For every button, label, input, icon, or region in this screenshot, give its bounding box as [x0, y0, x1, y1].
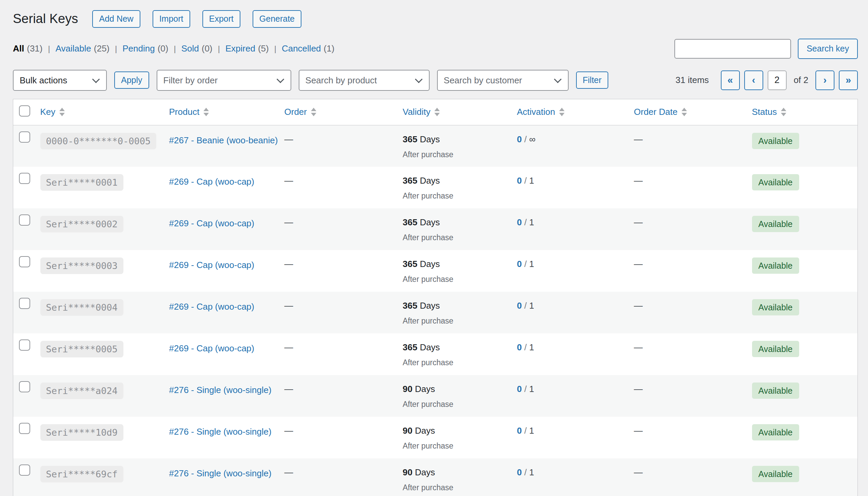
- apply-button[interactable]: Apply: [114, 72, 149, 89]
- column-header-activation[interactable]: Activation: [517, 107, 565, 117]
- row-select-checkbox[interactable]: [19, 465, 30, 476]
- column-header-key[interactable]: Key: [40, 107, 65, 117]
- total-pages-text: of 2: [794, 75, 808, 86]
- product-link[interactable]: #269 - Cap (woo-cap): [169, 216, 254, 230]
- column-header-order-date[interactable]: Order Date: [634, 107, 687, 117]
- bulk-actions-select[interactable]: Bulk actions: [13, 70, 107, 91]
- validity-unit: Days: [420, 175, 440, 186]
- search-by-product-select[interactable]: Search by product: [299, 70, 430, 91]
- search-by-customer-select[interactable]: Search by customer: [437, 70, 569, 91]
- product-link[interactable]: #276 - Single (woo-single): [169, 466, 272, 480]
- serial-keys-table: KeyProductOrderValidityActivationOrder D…: [13, 99, 858, 496]
- row-select-checkbox[interactable]: [19, 423, 30, 434]
- activation-count-link[interactable]: 0: [517, 300, 522, 311]
- order-value: —: [284, 258, 293, 269]
- activation-count-link[interactable]: 0: [517, 342, 522, 352]
- activation-count-link[interactable]: 0: [517, 384, 522, 394]
- filter-count: (25): [94, 43, 109, 54]
- filter-expired[interactable]: Expired: [225, 43, 255, 54]
- activation-separator: /: [522, 134, 529, 144]
- product-link[interactable]: #267 - Beanie (woo-beanie): [169, 133, 278, 147]
- validity-days: 365: [403, 259, 417, 269]
- product-link[interactable]: #269 - Cap (woo-cap): [169, 341, 254, 355]
- table-row: Seri*****69cf #276 - Single (woo-single)…: [13, 459, 858, 496]
- activation-count-link[interactable]: 0: [517, 217, 522, 227]
- activation-count-link[interactable]: 0: [517, 467, 522, 477]
- validity-type: After purchase: [403, 358, 512, 367]
- activation-limit: 1: [529, 300, 534, 311]
- select-all-checkbox[interactable]: [19, 105, 30, 117]
- add-new-button[interactable]: Add New: [92, 10, 140, 28]
- activation-count-link[interactable]: 0: [517, 259, 522, 269]
- serial-keys-page: Serial Keys Add NewImportExportGenerate …: [0, 0, 868, 496]
- subnav: All(31)Available(25)Pending(0)Sold(0)Exp…: [13, 38, 858, 59]
- order-date-value: —: [634, 299, 643, 311]
- row-select-checkbox[interactable]: [19, 256, 30, 267]
- activation-limit: ∞: [529, 134, 536, 144]
- first-page-button[interactable]: «: [721, 71, 740, 90]
- row-select-checkbox[interactable]: [19, 131, 30, 143]
- product-link[interactable]: #276 - Single (woo-single): [169, 424, 272, 438]
- sort-arrows-icon: [559, 108, 565, 116]
- table-row: 0000-0*******0-0005 #267 - Beanie (woo-b…: [13, 125, 858, 167]
- filter-count: (0): [202, 43, 213, 54]
- filter-by-order-select[interactable]: Filter by order: [156, 70, 291, 91]
- search-key-button[interactable]: Search key: [798, 38, 858, 59]
- export-button[interactable]: Export: [203, 10, 240, 28]
- filter-count: (5): [258, 43, 269, 54]
- next-page-button[interactable]: ›: [815, 71, 835, 90]
- product-link[interactable]: #269 - Cap (woo-cap): [169, 299, 254, 313]
- activation-count-link[interactable]: 0: [517, 134, 522, 144]
- filter-all[interactable]: All: [13, 43, 24, 54]
- validity-type: After purchase: [403, 441, 512, 451]
- serial-key-value: Seri*****a024: [40, 383, 123, 399]
- product-link[interactable]: #269 - Cap (woo-cap): [169, 258, 254, 272]
- row-select-checkbox[interactable]: [19, 340, 30, 351]
- column-header-order[interactable]: Order: [284, 107, 316, 117]
- table-row: Seri*****0005 #269 - Cap (woo-cap) — 365…: [13, 334, 858, 375]
- activation-separator: /: [522, 425, 529, 436]
- validity-days: 90: [403, 467, 413, 477]
- validity-unit: Days: [415, 425, 435, 436]
- validity-days: 365: [403, 217, 417, 227]
- prev-page-button[interactable]: ‹: [744, 71, 763, 90]
- row-select-checkbox[interactable]: [19, 381, 30, 392]
- serial-key-value: Seri*****0004: [40, 299, 123, 316]
- filter-button[interactable]: Filter: [576, 72, 609, 89]
- validity-unit: Days: [415, 384, 435, 394]
- filter-cancelled[interactable]: Cancelled: [282, 43, 321, 54]
- generate-button[interactable]: Generate: [253, 10, 301, 28]
- activation-separator: /: [522, 384, 529, 394]
- status-badge: Available: [752, 174, 799, 190]
- activation-count-link[interactable]: 0: [517, 175, 522, 186]
- validity-days: 365: [403, 342, 417, 352]
- serial-key-value: 0000-0*******0-0005: [40, 133, 156, 150]
- order-date-value: —: [634, 383, 643, 394]
- row-select-checkbox[interactable]: [19, 173, 30, 184]
- import-button[interactable]: Import: [153, 10, 190, 28]
- activation-separator: /: [522, 217, 529, 227]
- activation-limit: 1: [529, 467, 534, 477]
- header-actions: Add NewImportExportGenerate: [92, 10, 301, 28]
- product-link[interactable]: #269 - Cap (woo-cap): [169, 174, 254, 188]
- status-badge: Available: [752, 466, 799, 482]
- product-link[interactable]: #276 - Single (woo-single): [169, 383, 272, 397]
- filter-pending[interactable]: Pending: [122, 43, 155, 54]
- last-page-button[interactable]: »: [839, 71, 858, 90]
- row-select-checkbox[interactable]: [19, 215, 30, 226]
- serial-key-value: Seri*****0001: [40, 174, 123, 191]
- filter-sold[interactable]: Sold: [181, 43, 199, 54]
- search-input[interactable]: [674, 39, 791, 59]
- activation-count-link[interactable]: 0: [517, 425, 522, 436]
- filter-available[interactable]: Available: [56, 43, 91, 54]
- order-date-value: —: [634, 258, 643, 269]
- validity-type: After purchase: [403, 483, 512, 492]
- current-page-input[interactable]: [768, 71, 787, 90]
- column-header-validity[interactable]: Validity: [403, 107, 440, 117]
- status-filter-item: Cancelled(1): [269, 43, 335, 54]
- validity-days: 365: [403, 300, 417, 311]
- column-header-status[interactable]: Status: [752, 107, 787, 117]
- column-header-product[interactable]: Product: [169, 107, 209, 117]
- validity-type: After purchase: [403, 400, 512, 409]
- row-select-checkbox[interactable]: [19, 298, 30, 309]
